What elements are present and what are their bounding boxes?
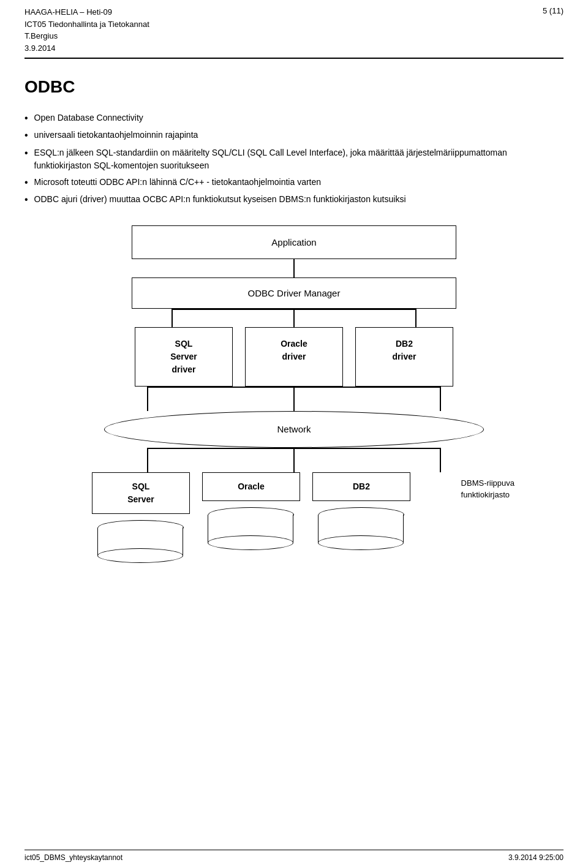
cylinder-bottom xyxy=(97,548,183,563)
left-vline xyxy=(172,309,173,327)
gather-connector xyxy=(104,387,484,411)
header: HAAGA-HELIA – Heti-09 ICT05 Tiedonhallin… xyxy=(0,0,588,54)
db2-db-item: DB2 xyxy=(312,472,410,550)
odbc-driver-manager-box: ODBC Driver Manager xyxy=(132,277,456,309)
network-ellipse: Network xyxy=(104,411,484,448)
odbc-driver-manager-label: ODBC Driver Manager xyxy=(248,288,341,298)
bullet-text: ESQL:n jälkeen SQL-standardiin on määrit… xyxy=(34,146,564,172)
header-author: T.Bergius xyxy=(24,30,149,42)
db2-driver-box: DB2 driver xyxy=(355,327,453,387)
sql-server-db-item: SQL Server xyxy=(92,472,190,563)
db-section: SQL Server Oracle xyxy=(80,472,508,563)
right-vline xyxy=(440,448,441,472)
footer: ict05_DBMS_yhteyskaytannot 3.9.2014 9:25… xyxy=(24,850,564,862)
right-vline xyxy=(415,309,417,327)
sql-server-driver-box: SQL Server driver xyxy=(135,327,233,387)
page-title: ODBC xyxy=(24,77,564,97)
network-down-connector xyxy=(104,448,484,472)
odbc-diagram: Application ODBC Driver Manager SQL Serv… xyxy=(24,225,564,563)
footer-right: 3.9.2014 9:25:00 xyxy=(508,853,564,862)
header-left: HAAGA-HELIA – Heti-09 ICT05 Tiedonhallin… xyxy=(24,6,149,54)
sql-server-cylinder xyxy=(98,520,184,563)
cylinder-bottom xyxy=(318,535,404,550)
sql-server-db-box: SQL Server xyxy=(92,472,190,514)
db-boxes-row: SQL Server Oracle xyxy=(80,472,423,563)
list-item: ESQL:n jälkeen SQL-standardiin on määrit… xyxy=(24,146,564,172)
application-box: Application xyxy=(132,225,456,259)
left-vline xyxy=(147,448,148,472)
main-content: ODBC Open Database Connectivity universa… xyxy=(0,59,588,600)
oracle-driver-label: Oracle driver xyxy=(281,339,307,361)
mid-vline xyxy=(293,448,295,472)
list-item: Open Database Connectivity xyxy=(24,111,564,125)
application-label: Application xyxy=(271,237,316,247)
bullet-text: Open Database Connectivity xyxy=(34,111,143,124)
header-line1: HAAGA-HELIA – Heti-09 xyxy=(24,6,149,18)
oracle-db-box: Oracle xyxy=(202,472,300,501)
header-line2: ICT05 Tiedonhallinta ja Tietokannat xyxy=(24,18,149,31)
header-date: 3.9.2014 xyxy=(24,42,149,55)
cylinder-bottom xyxy=(208,535,293,550)
list-item: universaali tietokantaohjelmoinnin rajap… xyxy=(24,129,564,142)
oracle-db-item: Oracle xyxy=(202,472,300,550)
mid-vline xyxy=(293,387,295,411)
oracle-cylinder xyxy=(208,507,294,550)
spread-connector-top xyxy=(123,309,466,327)
footer-left: ict05_DBMS_yhteyskaytannot xyxy=(24,853,123,862)
db2-db-box: DB2 xyxy=(312,472,410,501)
bullet-text: universaali tietokantaohjelmoinnin rajap… xyxy=(34,129,198,142)
right-vline xyxy=(440,387,441,411)
mid-vline xyxy=(293,309,295,327)
sql-server-driver-label: SQL Server driver xyxy=(170,339,197,374)
db2-driver-label: DB2 driver xyxy=(393,339,417,361)
list-item: Microsoft toteutti ODBC API:n lähinnä C/… xyxy=(24,176,564,189)
list-item: ODBC ajuri (driver) muuttaa OCBC API:n f… xyxy=(24,193,564,206)
bullet-text: ODBC ajuri (driver) muuttaa OCBC API:n f… xyxy=(34,193,406,206)
connector-line-1 xyxy=(293,259,295,277)
bullet-list: Open Database Connectivity universaali t… xyxy=(24,111,564,207)
bullet-text: Microsoft toteutti ODBC API:n lähinnä C/… xyxy=(34,176,321,189)
header-page: 5 (11) xyxy=(543,6,564,15)
oracle-driver-box: Oracle driver xyxy=(245,327,343,387)
dbms-label: DBMS-riippuva funktiokirjasto xyxy=(461,477,514,501)
left-vline xyxy=(147,387,148,411)
drivers-row: SQL Server driver Oracle driver DB2 driv… xyxy=(123,327,466,387)
network-label: Network xyxy=(277,424,311,434)
db2-cylinder xyxy=(318,507,404,550)
